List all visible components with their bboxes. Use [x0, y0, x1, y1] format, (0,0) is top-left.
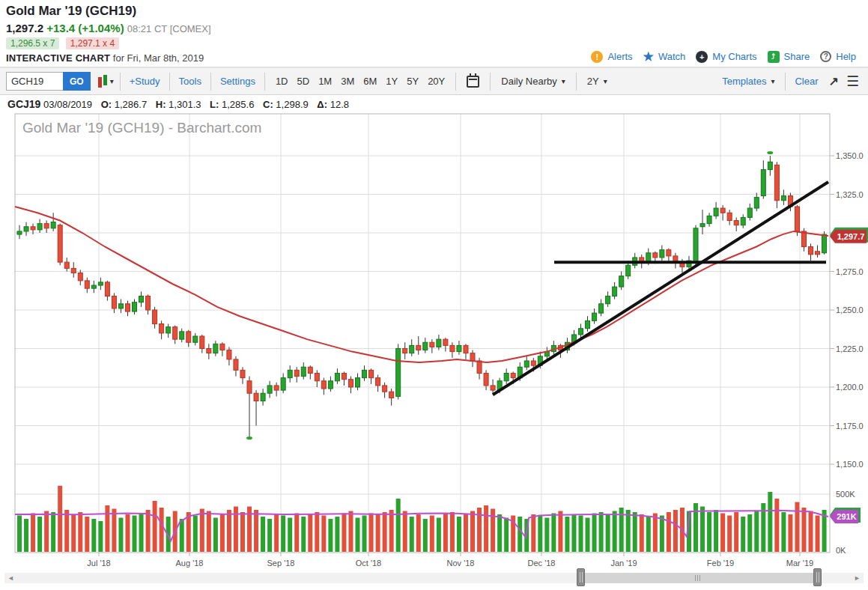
volume-bar [240, 512, 245, 552]
candlestick [464, 345, 468, 353]
my-charts-link[interactable]: My Charts [712, 51, 756, 62]
candlestick [484, 373, 488, 385]
candlestick [816, 252, 820, 255]
share-icon: ⤴ [768, 51, 780, 63]
volume-bar [180, 519, 184, 552]
volume-bar [741, 517, 745, 552]
candlestick [531, 361, 535, 365]
candlestick [423, 342, 428, 350]
candlestick [254, 393, 258, 401]
settings-button[interactable]: Settings [217, 76, 258, 87]
add-study-button[interactable]: +Study [127, 76, 163, 87]
candlestick [247, 381, 252, 393]
low-label: L: [210, 99, 219, 110]
range-button-1d[interactable]: 1D [271, 76, 293, 87]
calendar-icon[interactable] [467, 76, 479, 88]
range-button-1y[interactable]: 1Y [381, 76, 402, 87]
chart-type-chevron-icon[interactable]: ▾ [110, 77, 114, 85]
range-button-5y[interactable]: 5Y [402, 76, 423, 87]
templates-dropdown[interactable]: Templates ▾ [717, 76, 779, 87]
candlestick [470, 353, 475, 361]
range-button-3m[interactable]: 3M [336, 76, 359, 87]
period-dropdown[interactable]: 2Y ▾ [583, 76, 612, 87]
candlestick [85, 281, 89, 288]
volume-bar [335, 517, 339, 552]
volume-bar [484, 505, 488, 552]
candlestick [17, 231, 22, 234]
volume-bar [315, 512, 319, 552]
candlestick [200, 336, 204, 348]
scroll-left-arrow-icon[interactable]: ◄ [7, 574, 14, 582]
volume-bar [220, 514, 225, 552]
scroll-right-arrow-icon[interactable]: ► [854, 574, 861, 582]
candlestick [153, 310, 157, 324]
volume-bar [653, 514, 658, 553]
chart-type-candlestick-icon[interactable] [98, 75, 107, 88]
interactive-chart-label: INTERACTIVE CHART [6, 52, 110, 64]
candlestick [720, 208, 725, 213]
volume-bar [403, 511, 407, 553]
clear-button[interactable]: Clear [792, 76, 821, 87]
volume-bar [816, 516, 820, 553]
range-button-5d[interactable]: 5D [293, 76, 315, 87]
volume-bar [369, 514, 374, 553]
price-change: +13.4 (+1.04%) [46, 22, 124, 34]
volume-bar [91, 519, 96, 552]
symbol-input[interactable] [6, 72, 63, 91]
candlestick [321, 381, 326, 389]
candlestick [653, 253, 658, 258]
candlestick [301, 367, 306, 376]
volume-bar [571, 514, 576, 552]
tools-button[interactable]: Tools [176, 76, 204, 87]
range-button-1m[interactable]: 1M [314, 76, 336, 87]
volume-bar [558, 511, 562, 553]
candlestick [64, 262, 69, 268]
volume-bar [254, 510, 258, 552]
expand-arrow-icon[interactable]: ↗ [829, 74, 839, 88]
range-button-6m[interactable]: 6M [359, 76, 381, 87]
alerts-link[interactable]: Alerts [607, 51, 632, 62]
candlestick [24, 227, 28, 231]
volume-bar [301, 517, 306, 552]
candlestick [342, 373, 346, 379]
alerts-icon: ! [591, 51, 603, 63]
open-value: 1,286.7 [115, 99, 147, 110]
volume-bar [267, 519, 272, 552]
volume-bar [781, 512, 786, 552]
volume-axis-label: 0K [836, 546, 846, 555]
scrollbar-right-handle[interactable] [813, 568, 822, 586]
toolbar-divider [576, 73, 577, 91]
scrollbar-left-handle[interactable] [577, 568, 585, 586]
menu-icon[interactable]: ☰ [846, 74, 859, 88]
candlestick [369, 370, 374, 377]
volume-bar [774, 499, 779, 552]
volume-bar [464, 514, 468, 552]
candlestick [348, 380, 353, 387]
volume-bar [734, 512, 738, 552]
volume-bar [578, 516, 583, 553]
candlestick [308, 367, 312, 373]
volume-bar [714, 510, 718, 552]
chevron-down-icon: ▾ [771, 77, 774, 85]
candlestick [734, 221, 738, 225]
chevron-down-icon: ▾ [562, 77, 565, 85]
share-link[interactable]: Share [784, 51, 810, 62]
volume-bar [213, 518, 218, 553]
candlestick [328, 381, 333, 389]
help-link[interactable]: Help [836, 51, 856, 62]
volume-bar [261, 517, 265, 552]
price-chart[interactable]: Gold Mar '19 (GCH19) - Barchart.com1,350… [0, 112, 868, 590]
go-button[interactable]: GO [63, 72, 91, 91]
badge-label: 291K [837, 512, 856, 521]
price-axis-label: 1,325.0 [836, 190, 864, 199]
frequency-dropdown[interactable]: Daily Nearby ▾ [497, 76, 569, 87]
volume-bar [443, 514, 448, 553]
scrollbar-center-grip[interactable] [695, 575, 704, 581]
candlestick [524, 361, 529, 367]
volume-bar [795, 502, 799, 553]
candlestick [660, 250, 664, 258]
candlestick [133, 302, 137, 311]
candlestick [146, 296, 151, 310]
range-button-20y[interactable]: 20Y [423, 76, 449, 87]
watch-link[interactable]: Watch [658, 51, 685, 62]
